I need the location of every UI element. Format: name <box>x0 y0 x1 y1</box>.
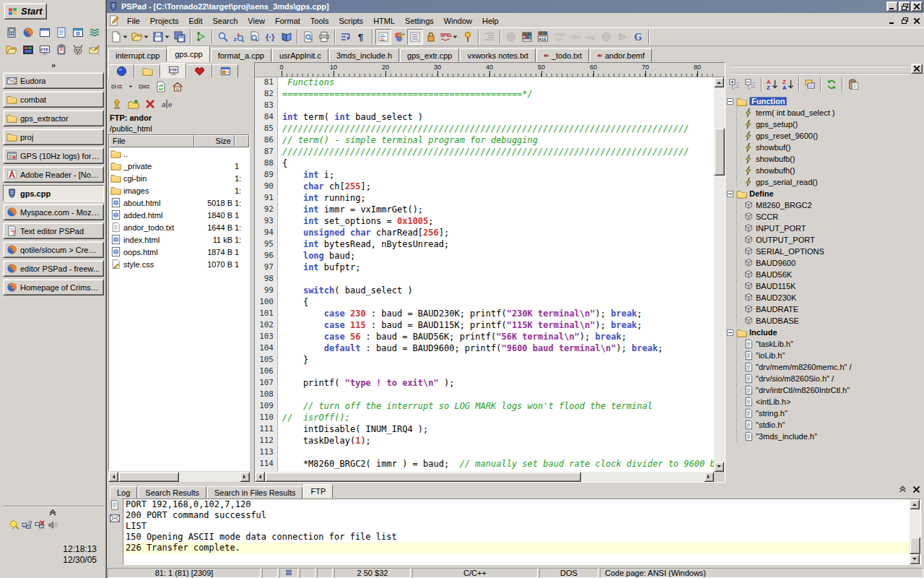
project-manager-button[interactable] <box>193 29 209 45</box>
ftp-dropdown-button[interactable] <box>126 79 136 95</box>
ftp-file-row[interactable]: images1: <box>109 184 249 197</box>
ftp-file-row[interactable]: index.html11 kB1: <box>109 233 249 246</box>
ftp-file-row[interactable]: style.css1070 B1 <box>109 258 249 270</box>
open-file-button[interactable] <box>130 29 151 45</box>
side-tab-heart[interactable] <box>186 64 212 78</box>
task-button-text-editor-pspad[interactable]: ?Text editor PSPad <box>3 223 104 239</box>
task-button-combat[interactable]: combat <box>3 91 104 108</box>
close-button[interactable] <box>911 1 923 12</box>
ftp-new-folder-button[interactable] <box>126 96 141 112</box>
tree-item[interactable]: showbufh() <box>727 165 923 176</box>
ftp-file-row[interactable]: about.html5018 B1: <box>109 197 249 209</box>
ftp-disconnect-button[interactable] <box>109 79 125 95</box>
color-code-button[interactable]: #10 <box>535 29 551 45</box>
bottom-tab-log[interactable]: Log <box>110 486 137 499</box>
tree-item[interactable]: showbufb() <box>727 153 923 165</box>
dropdown-arrow-icon[interactable] <box>122 35 128 39</box>
dropdown-arrow-icon[interactable] <box>164 35 170 39</box>
tree-item[interactable]: INPUT_PORT <box>727 223 923 234</box>
quick-launch-media-window[interactable] <box>22 44 34 57</box>
tree-collapse-box[interactable] <box>727 329 733 336</box>
save-all-button[interactable] <box>172 29 188 45</box>
explorer-copy-clipboard-button[interactable] <box>845 77 861 92</box>
menu-view[interactable]: View <box>243 15 270 27</box>
file-tab-gps-cpp[interactable]: gps.cpp <box>167 46 210 62</box>
panel-expand-chevron-icon[interactable] <box>898 486 907 493</box>
tree-item[interactable]: BAUD56K <box>727 269 923 280</box>
ftp-file-row[interactable]: _private1 <box>109 160 249 172</box>
quick-launch-dog[interactable] <box>72 44 84 57</box>
file-tab--todo-txt[interactable]: _todo.txt <box>536 48 589 62</box>
tree-collapse-box[interactable] <box>727 191 733 197</box>
ftp-file-row[interactable]: andor_todo.txt1644 B1: <box>109 221 249 233</box>
file-tab-interrupt-cpp[interactable]: interrupt.cpp <box>108 48 167 62</box>
tree-item[interactable]: "drv/sio/m8260Sio.h" / <box>727 373 923 384</box>
side-tab-ftp-monitor[interactable]: FTP <box>160 63 186 78</box>
ftp-connect-button[interactable] <box>136 79 152 95</box>
tree-item[interactable]: gps_serial_read() <box>727 176 923 188</box>
word-wrap-button[interactable] <box>338 29 354 45</box>
task-button-gps-cpp[interactable]: gps.cpp <box>3 185 104 202</box>
file-tab-3mds-include-h[interactable]: 3mds_include.h <box>329 48 399 62</box>
menu-window[interactable]: Window <box>439 15 477 27</box>
syntax-highlighting-button[interactable] <box>375 29 391 45</box>
ftp-file-row[interactable]: oops.html1874 B1 <box>109 246 249 258</box>
panel-close-icon[interactable] <box>913 486 920 493</box>
task-button-adobe-reader-nov-[interactable]: Adobe Reader - [Nov... <box>3 166 104 183</box>
tree-item[interactable]: SERIAL_OPTIONS <box>727 246 923 257</box>
find-replace-button[interactable]: AZ <box>231 29 247 45</box>
explorer-collapse-all-button[interactable] <box>743 77 759 92</box>
quick-launch-calculator[interactable] <box>6 27 17 40</box>
log-document-icon[interactable] <box>110 500 120 510</box>
task-button-gps-10hz-logs-form-[interactable]: GPS (10Hz logs) form... <box>3 147 104 164</box>
file-tab-format-a-cpp[interactable]: format_a.cpp <box>211 48 271 62</box>
task-button-myspace-com-mozill-[interactable]: Myspace.com - Mozill... <box>3 204 104 220</box>
side-tab-globe[interactable] <box>108 64 134 78</box>
ftp-rename-button[interactable]: ae <box>159 96 175 112</box>
tree-item[interactable]: BAUD230K <box>727 292 923 303</box>
tree-item[interactable]: term( int baud_select ) <box>727 107 923 118</box>
tray-network-signal[interactable] <box>22 519 32 532</box>
tree-item[interactable]: "taskLib.h" <box>727 338 923 350</box>
quick-launch-waves[interactable] <box>89 27 100 40</box>
editor-vertical-scrollbar[interactable] <box>714 77 725 472</box>
google-search-button[interactable]: G <box>630 29 646 45</box>
menu-help[interactable]: Help <box>477 15 504 27</box>
side-tab-folder[interactable] <box>134 64 160 78</box>
quick-launch-folder-open[interactable] <box>6 44 17 57</box>
quick-launch-firefox[interactable] <box>22 27 34 40</box>
ftp-column-header-file[interactable]: File <box>109 135 194 147</box>
start-button[interactable]: Start <box>4 3 47 20</box>
print-button[interactable] <box>316 29 332 45</box>
bottom-tab-search-in-files-results[interactable]: Search in Files Results <box>207 486 303 499</box>
quick-launch-ftp-monitor[interactable]: FTP <box>39 44 51 57</box>
tree-item[interactable]: gps_setup() <box>727 118 923 130</box>
explorer-tree-view-button[interactable] <box>802 77 818 92</box>
quick-launch-notepad[interactable] <box>56 27 67 40</box>
tray-volume[interactable] <box>48 519 58 532</box>
mdi-restore-button[interactable] <box>899 16 910 26</box>
tree-item[interactable]: "drv/intrCtl/m8260IntrCtl.h" <box>727 384 923 396</box>
side-tab-win-panel[interactable] <box>212 64 238 78</box>
bottom-tab-ftp[interactable]: FTP <box>303 484 333 499</box>
explorer-expand-all-button[interactable] <box>727 77 743 92</box>
tree-item[interactable]: SCCR <box>727 211 923 223</box>
menu-search[interactable]: Search <box>207 15 243 27</box>
menu-projects[interactable]: Projects <box>145 15 184 27</box>
tree-section-define[interactable]: Define <box>727 188 923 199</box>
tree-section-function[interactable]: Function <box>727 95 923 107</box>
save-file-button[interactable] <box>151 29 172 45</box>
print-preview-button[interactable] <box>300 29 316 45</box>
tree-item[interactable]: BAUD9600 <box>727 257 923 269</box>
menu-html[interactable]: HTML <box>368 15 400 27</box>
tree-item[interactable]: <intLib.h> <box>727 396 923 407</box>
code-explorer-book-button[interactable] <box>279 29 295 45</box>
tree-item[interactable]: M8260_BRGC2 <box>727 199 923 211</box>
ftp-file-row[interactable]: added.html1840 B1 <box>109 209 249 221</box>
task-button-proj[interactable]: proj <box>3 129 104 145</box>
quick-launch-browser[interactable] <box>72 27 84 40</box>
color-select-button[interactable] <box>519 29 535 45</box>
ftp-upload-button[interactable] <box>109 96 125 112</box>
ftp-horizontal-scrollbar[interactable] <box>108 472 250 482</box>
tree-item[interactable]: "ioLib.h" <box>727 350 923 361</box>
